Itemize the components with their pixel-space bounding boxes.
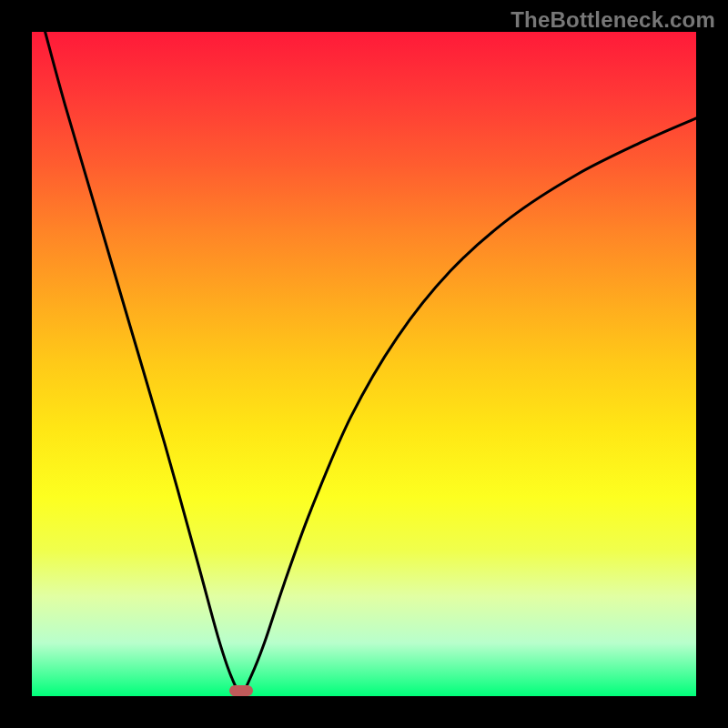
plot-area — [32, 32, 696, 696]
curve-path — [46, 32, 696, 693]
bottleneck-curve — [32, 32, 696, 696]
chart-container: TheBottleneck.com — [0, 0, 728, 728]
watermark-text: TheBottleneck.com — [511, 7, 715, 33]
minimum-marker — [229, 685, 253, 696]
